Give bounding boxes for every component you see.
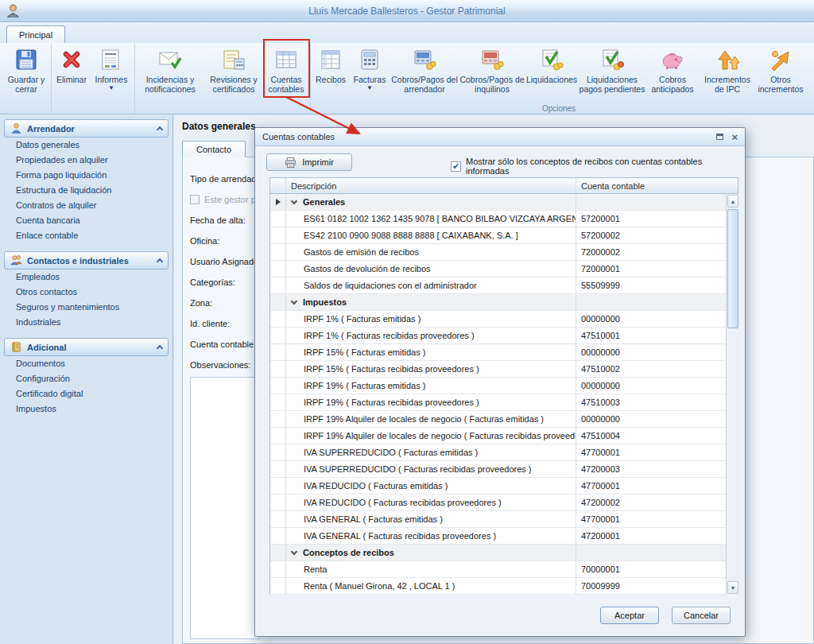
eliminar-button[interactable]: Eliminar [53,44,90,103]
close-icon[interactable]: × [731,132,738,142]
incrementos-de-ipc-button[interactable]: Incrementos de IPC [699,44,756,103]
print-button-label: Imprimir [302,157,334,167]
chevron-down-icon[interactable] [291,297,297,304]
restore-icon[interactable] [716,134,723,140]
table-row[interactable]: Gastos de emisión de recibos72000002 [270,244,726,261]
cell-cuenta-contable: 47510004 [576,428,726,444]
sidebar-item-estructura-de-liquidacion[interactable]: Estructura de liquidación [4,183,169,198]
sidebar-group-header-arrendador[interactable]: Arrendador [4,119,169,138]
table-row[interactable]: IVA REDUCIDO ( Facturas recibidas provee… [270,495,726,511]
sidebar-group-header-adicional[interactable]: Adicional [4,338,169,356]
scroll-down-button[interactable]: ▼ [727,581,738,594]
column-header-descripcion[interactable]: Descripción [286,178,576,193]
cancel-button[interactable]: Cancelar [672,607,731,624]
ribbon-group: Guardar y cerrar [2,44,52,114]
ribbon-group-buttons: RecibosFacturas▼Cobros/Pagos del arrenda… [312,44,805,103]
table-row[interactable]: IRPF 19% Alquiler de locales de negocio … [270,428,726,444]
table-row[interactable]: ES61 0182 1002 1362 1435 9078 [ BANCO BI… [270,211,726,227]
sidebar-group-header-contactos-e-industriales[interactable]: Contactos e industriales [4,251,169,270]
group-row-conceptos-de-recibos[interactable]: Conceptos de recibos [270,545,726,561]
sidebar-item-contratos-de-alquiler[interactable]: Contratos de alquiler [4,198,169,213]
sidebar-item-otros-contactos[interactable]: Otros contactos [4,285,169,300]
row-indicator [270,511,286,527]
table-row[interactable]: IRPF 19% Alquiler de locales de negocio … [270,411,726,428]
table-row[interactable]: IVA GENERAL ( Facturas recibidas proveed… [270,528,726,545]
table-row[interactable]: IRPF 19% ( Facturas emitidas )00000000 [270,378,726,394]
ribbon-button-label: Informes [95,75,128,84]
cell-cuenta-contable: 55509999 [576,277,726,293]
cell-descripcion: ES42 2100 0900 9088 8888 8888 [ CAIXABAN… [286,227,576,243]
cell-cuenta-contable: 47700001 [576,478,726,494]
chevron-down-icon[interactable] [291,548,297,554]
tab-contacto[interactable]: Contacto [182,141,246,157]
cobros-pagos-de-inquilinos-button[interactable]: Cobros/Pagos de inquilinos [459,44,525,103]
sidebar-item-empleados[interactable]: Empleados [4,270,169,285]
facturas-button[interactable]: Facturas▼ [349,44,390,103]
table-row[interactable]: Renta70000001 [270,561,726,578]
table-row[interactable]: IRPF 15% ( Facturas emitidas )00000000 [270,344,726,361]
cell-cuenta-contable: 00000000 [576,344,726,360]
cobros-pagos-del-arrendador-button[interactable]: Cobros/Pagos del arrendador [390,44,459,103]
scroll-up-button[interactable]: ▲ [727,195,738,208]
sidebar-item-enlace-contable[interactable]: Enlace contable [4,228,169,243]
other-increments-icon [768,47,793,72]
sidebar-item-industriales[interactable]: Industriales [4,315,169,330]
table-row[interactable]: Saldos de liquidaciones con el administr… [270,277,726,294]
table-row[interactable]: IRPF 15% ( Facturas recibidas proveedore… [270,361,726,378]
guardar-y-cerrar-button[interactable]: Guardar y cerrar [3,44,49,103]
liquidaciones-button[interactable]: Liquidaciones [525,44,578,103]
sidebar-group-title: Contactos e industriales [27,256,129,266]
accept-button[interactable]: Aceptar [600,607,659,624]
dialog-titlebar[interactable]: Cuentas contables × [255,128,745,146]
row-indicator [270,545,286,561]
sidebar-item-certificado-digital[interactable]: Certificado digital [4,386,169,402]
table-scrollbar[interactable]: ▲ ▼ [726,194,739,595]
cell-descripcion: IVA GENERAL ( Facturas emitidas ) [286,511,576,527]
sidebar-item-impuestos[interactable]: Impuestos [4,402,169,417]
sidebar-group-title: Adicional [27,343,67,352]
table-row[interactable]: Gastos de devolución de recibos72000001 [270,261,726,277]
filter-checkbox[interactable]: ✔ Mostrar sólo los conceptos de recibos … [451,157,745,176]
group-row-impuestos[interactable]: Impuestos [270,294,726,311]
chevron-down-icon[interactable] [291,197,297,204]
table-row[interactable]: IVA REDUCIDO ( Facturas emitidas )477000… [270,478,726,495]
incidencias-y-notificaciones-button[interactable]: Incidencias y notificaciones [137,44,204,103]
table-row[interactable]: IRPF 1% ( Facturas emitidas )00000000 [270,311,726,328]
table-row[interactable]: IVA SUPERREDUCIDO ( Facturas emitidas )4… [270,444,726,461]
table-row[interactable]: IVA GENERAL ( Facturas emitidas )4770000… [270,511,726,528]
piggy-bank-icon [660,47,685,72]
ipc-increase-icon [715,47,740,72]
ribbon-tab-principal[interactable]: Principal [6,25,65,43]
revisions-icon [221,47,246,72]
liquidaciones-pagos-pendientes-button[interactable]: Liquidaciones pagos pendientes [578,44,646,103]
sidebar-item-seguros-y-mantenimientos[interactable]: Seguros y mantenimientos [4,300,169,315]
sidebar-item-configuracion[interactable]: Configuración [4,371,169,386]
table-row[interactable]: IRPF 1% ( Facturas recibidas proveedores… [270,328,726,344]
checkbox-unchecked-disabled[interactable] [190,195,200,204]
observaciones-textarea[interactable] [190,377,260,639]
cobros-anticipados-button[interactable]: Cobros anticipados [646,44,699,103]
table-row[interactable]: IVA SUPERREDUCIDO ( Facturas recibidas p… [270,461,726,478]
sidebar-item-cuenta-bancaria[interactable]: Cuenta bancaria [4,213,169,228]
table-row[interactable]: IRPF 19% ( Facturas recibidas proveedore… [270,394,726,411]
ribbon-button-label: Liquidaciones pagos pendientes [579,75,645,95]
print-button[interactable]: Imprimir [266,153,352,171]
ribbon-group: RecibosFacturas▼Cobros/Pagos del arrenda… [311,44,807,114]
scrollbar-thumb[interactable] [727,209,738,328]
table-row[interactable]: ES42 2100 0900 9088 8888 8888 [ CAIXABAN… [270,227,726,244]
table-row[interactable]: Renta ( Manuel Girona, 42 , LOCAL 1 )700… [270,578,726,595]
row-indicator [270,394,286,410]
sidebar-item-forma-pago-liquidacion[interactable]: Forma pago liquidación [4,168,169,183]
dropdown-arrow-icon: ▼ [366,85,373,91]
sidebar-item-propiedades-en-alquiler[interactable]: Propiedades en alquiler [4,153,169,168]
group-row-generales[interactable]: Generales [270,194,726,211]
sidebar-item-documentos[interactable]: Documentos [4,356,169,371]
revisiones-y-certificados-button[interactable]: Revisiones y certificados [204,44,264,103]
sidebar-item-datos-generales[interactable]: Datos generales [4,138,169,153]
column-header-cuenta-contable[interactable]: Cuenta contable [576,178,738,193]
recibos-button[interactable]: Recibos [312,44,349,103]
checkbox-checked-icon[interactable]: ✔ [451,161,461,172]
informes-button[interactable]: Informes▼ [90,44,133,103]
row-indicator [270,561,286,577]
otros-incrementos-button[interactable]: Otros incrementos [756,44,805,103]
